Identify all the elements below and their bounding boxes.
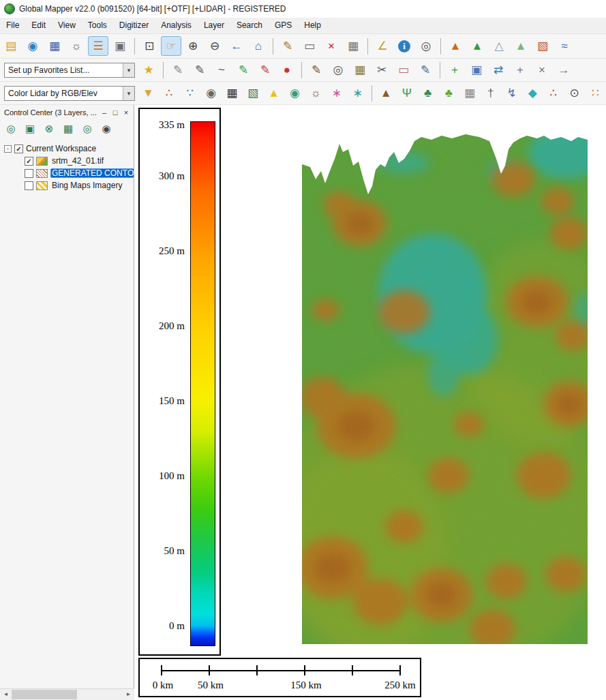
menu-item[interactable]: Digitizer [113, 18, 155, 33]
move-feature-button[interactable]: + [444, 60, 465, 80]
classify-points-button[interactable]: ∴ [544, 83, 564, 103]
pan-hand-button[interactable]: ☞ [161, 36, 181, 56]
cc-close-layer-button[interactable]: ⊗ [40, 121, 58, 138]
maximize-button[interactable]: □ [110, 108, 121, 117]
lidar-filter-button[interactable]: ▼ [138, 83, 158, 103]
create-range-ring-button[interactable]: ✎ [255, 60, 275, 80]
create-point-feature-button[interactable]: ● [277, 60, 297, 80]
classify-tree-button[interactable]: ♣ [418, 83, 438, 103]
zoom-out-button[interactable]: ⊖ [204, 36, 225, 56]
create-area-button[interactable]: ✎ [233, 60, 254, 80]
cc-zoom-to-layer-button[interactable]: ◎ [2, 121, 20, 138]
rotate-feature-button[interactable]: ▣ [466, 60, 487, 80]
layer-checkbox[interactable]: ✓ [25, 157, 33, 166]
lidar-qc-button[interactable]: ▲ [264, 83, 284, 103]
classify-powerline-button[interactable]: ↯ [502, 83, 521, 103]
workspace-root-row[interactable]: - ✓ Current Workspace [0, 142, 134, 155]
lidar-edit-grid-button[interactable]: ▧ [243, 83, 263, 103]
lidar-colorize-dropdown[interactable]: Color Lidar by RGB/Elev ▾ [4, 86, 135, 101]
lidar-grid-button[interactable]: ▦ [222, 83, 242, 103]
layer-checkbox[interactable] [25, 169, 33, 178]
scroll-left-icon[interactable]: ◄ [0, 689, 12, 700]
Bing Maps Imagery[interactable]: Bing Maps Imagery [0, 179, 134, 192]
show-3d-view-button[interactable]: ▲ [467, 36, 487, 56]
scrollbar-track[interactable] [12, 689, 123, 700]
menu-item[interactable]: GPS [269, 18, 298, 33]
swap-direction-button[interactable]: ⇄ [488, 60, 509, 80]
create-point-button[interactable]: ✎ [168, 60, 188, 80]
view-shed-button[interactable]: ▲ [511, 36, 531, 56]
lidar-classify-ground-button[interactable]: ∴ [160, 83, 179, 103]
previous-view-button[interactable]: ← [226, 36, 247, 56]
menu-item[interactable]: Layer [198, 18, 230, 33]
favorites-star-button[interactable]: ★ [138, 60, 159, 80]
delete-vertex-button[interactable]: × [532, 60, 552, 80]
srtm_42_01.tif[interactable]: ✓ srtm_42_01.tif [0, 155, 134, 167]
lidar-zoom-button[interactable]: ◉ [201, 83, 221, 103]
scroll-right-icon[interactable]: ► [123, 689, 134, 700]
feature-info-button[interactable]: i [394, 36, 414, 56]
delete-selected-button[interactable]: × [321, 36, 342, 56]
select-features-button[interactable]: ▭ [299, 36, 320, 56]
control-center-button[interactable]: ☰ [88, 36, 108, 56]
full-view-button[interactable]: ⌂ [248, 36, 269, 56]
move-vertex-button[interactable]: + [510, 60, 530, 80]
minimize-button[interactable]: – [99, 108, 110, 117]
flatten-terrain-button[interactable]: ≈ [554, 36, 575, 56]
advance-button[interactable]: → [554, 60, 574, 80]
lidar-extract-button[interactable]: ⊙ [564, 83, 584, 103]
lidar-segment-button[interactable]: ∷ [586, 83, 605, 103]
find-address-button[interactable]: ◎ [416, 36, 436, 56]
menu-item[interactable]: Tools [82, 18, 113, 33]
lidar-classify-veg-button[interactable]: ∗ [327, 83, 347, 103]
classify-grass-button[interactable]: Ψ [397, 83, 417, 103]
create-curve-button[interactable]: ~ [211, 60, 232, 80]
measure-button[interactable]: ∠ [372, 36, 393, 56]
classify-church-button[interactable]: † [481, 83, 500, 103]
lidar-classify-noise-button[interactable]: ∵ [180, 83, 200, 103]
show-elevation-legend-button[interactable]: ▲ [445, 36, 466, 56]
classify-building-button[interactable]: ▦ [460, 83, 480, 103]
path-profile-button[interactable]: △ [489, 36, 509, 56]
create-line-button[interactable]: ✎ [190, 60, 210, 80]
classify-water-button[interactable]: ◆ [523, 83, 543, 103]
horizontal-scrollbar[interactable]: ◄ ► [0, 688, 134, 700]
workspace-checkbox[interactable]: ✓ [14, 144, 23, 153]
lidar-globe-button[interactable]: ◉ [285, 83, 305, 103]
digitizer-edit-button[interactable]: ✎ [277, 36, 298, 56]
menu-item[interactable]: Analysis [155, 18, 198, 33]
menu-item[interactable]: Edit [25, 18, 52, 33]
create-concentric-ring-button[interactable]: ◎ [328, 60, 348, 80]
cc-new-layer-button[interactable]: ▦ [59, 121, 77, 138]
menu-item[interactable]: Search [230, 18, 269, 33]
cc-layer-options-button[interactable]: ◎ [78, 121, 96, 138]
zoom-box-button[interactable]: ⊡ [139, 36, 160, 56]
classify-shrub-button[interactable]: ♣ [439, 83, 459, 103]
menu-item[interactable]: View [52, 18, 82, 33]
zoom-in-button[interactable]: ⊕ [183, 36, 203, 56]
erase-feature-button[interactable]: ▭ [393, 60, 414, 80]
map-canvas[interactable] [302, 132, 588, 644]
eyedropper-button[interactable]: ✎ [415, 60, 436, 80]
download-online-imagery-button[interactable]: ◉ [22, 36, 43, 56]
save-workspace-button[interactable]: ▦ [44, 36, 65, 56]
terrain-paint-button[interactable]: ▧ [532, 36, 553, 56]
chevron-down-icon[interactable]: ▾ [123, 87, 134, 100]
map-viewport[interactable]: 335 m300 m250 m200 m150 m100 m50 m0 m [135, 105, 606, 700]
favorites-dropdown[interactable]: Set up Favorites List... ▾ [4, 63, 135, 78]
menu-item[interactable]: Help [298, 18, 327, 33]
collapse-icon[interactable]: - [4, 145, 12, 153]
lidar-spray-button[interactable]: ∗ [348, 83, 367, 103]
close-button[interactable]: × [121, 108, 132, 117]
map-layout-button[interactable]: ▣ [110, 36, 130, 56]
cc-duplicate-layer-button[interactable]: ▣ [21, 121, 39, 138]
trim-line-button[interactable]: ✂ [372, 60, 392, 80]
attribute-editor-button[interactable]: ▦ [343, 36, 363, 56]
open-file-button[interactable]: ▤ [1, 36, 21, 56]
scrollbar-thumb[interactable] [12, 690, 77, 699]
classify-ground-mountain-button[interactable]: ▲ [376, 83, 396, 103]
chevron-down-icon[interactable]: ▾ [123, 63, 134, 77]
tools-button[interactable]: ☼ [66, 36, 87, 56]
cc-visibility-eye-button[interactable]: ◉ [97, 121, 115, 138]
lidar-settings-button[interactable]: ☼ [306, 83, 326, 103]
